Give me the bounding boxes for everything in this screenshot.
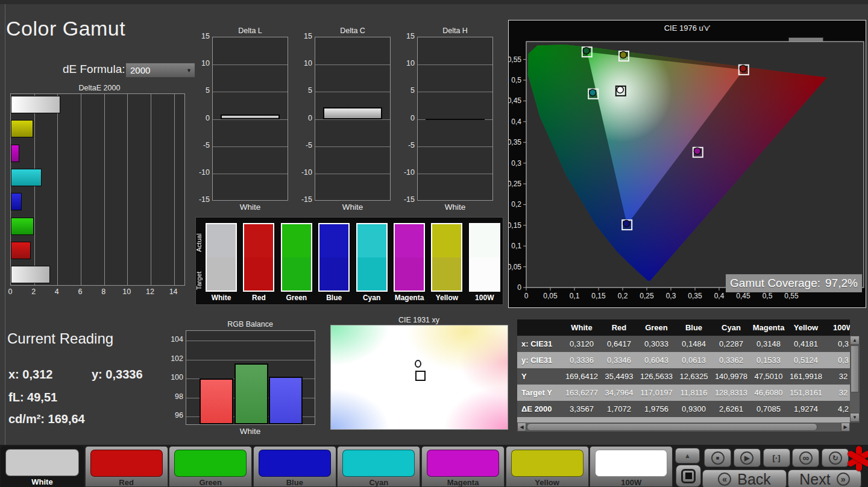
rgb-balance-x-label: White [199, 427, 301, 436]
infinity-button[interactable]: ∞ [792, 448, 819, 467]
axis-tick-label: 0 [524, 292, 529, 300]
scroll-left-button[interactable]: ◀ [517, 423, 526, 432]
pattern-tab-white[interactable]: White [1, 446, 84, 487]
table-vscrollbar[interactable]: ▲▼ [850, 336, 860, 423]
axis-tick-label: 2 [28, 287, 40, 296]
back-button[interactable]: « Back [702, 470, 787, 487]
white-point-target-marker [415, 371, 426, 381]
table-cell: 0,7085 [750, 401, 787, 417]
delta-l-x-label: White [200, 203, 300, 212]
axis-tick-label: 100 [164, 373, 183, 382]
table-cell: 0,6417 [600, 336, 638, 352]
refresh-button[interactable]: ↻ [822, 448, 849, 467]
pattern-popup-button[interactable]: ▲ [675, 448, 700, 463]
axis-tick-label: 102 [164, 354, 183, 363]
axis-tick-label: 15 [397, 32, 415, 40]
table-cell: 151,8161 [787, 385, 825, 401]
next-button[interactable]: Next » [788, 470, 861, 487]
table-cell: 0,3 [825, 336, 850, 352]
measurement-table: WhiteRedGreenBlueCyanMagentaYellow100Wx:… [517, 319, 858, 432]
grid-line [213, 64, 288, 65]
deltae-bar-green [11, 218, 34, 235]
swatch-target-color [432, 257, 461, 291]
axis-tick-label: 104 [164, 335, 183, 344]
table-cell: 0,2287 [712, 336, 750, 352]
delta-h-bar [426, 119, 485, 120]
deltae-bar-yellow [11, 120, 33, 137]
pattern-tab-swatch [511, 450, 583, 477]
back-button-label: Back [737, 471, 771, 487]
cie1976-panel: CIE 1976 u'v' Gamut coverage: u'v' ▼ [508, 20, 866, 308]
axis-tick-label: 5 [397, 86, 415, 95]
swatch-100w [469, 223, 500, 292]
next-button-label: Next [799, 471, 830, 487]
current-reading-y: y: 0,3336 [92, 368, 143, 382]
axis-tick-label: -5 [397, 141, 415, 149]
rgb-bar-blue [269, 377, 303, 424]
scroll-thumb[interactable] [527, 423, 817, 431]
pattern-tab-swatch [174, 450, 247, 477]
axis-tick-label: 0 [397, 114, 415, 122]
swatch-target-color [319, 257, 348, 291]
table-cell: 6,0576 [750, 417, 787, 423]
scroll-thumb[interactable] [851, 345, 859, 392]
table-cell: 0,3336 [563, 352, 600, 368]
pattern-tab-blue[interactable]: Blue [253, 446, 336, 487]
axis-tick-label: 0,55 [784, 292, 799, 300]
axis-tick-label: 0,35 [509, 138, 521, 146]
scroll-down-button[interactable]: ▼ [850, 413, 860, 422]
axis-tick-label: 14 [168, 287, 180, 296]
grid-line [213, 174, 288, 174]
pattern-tab-magenta[interactable]: Magenta [421, 446, 505, 487]
pattern-tab-label: Red [86, 478, 168, 487]
scroll-up-button[interactable]: ▲ [850, 336, 860, 345]
pattern-tab-label: Blue [254, 478, 336, 487]
delta-c-chart [315, 37, 391, 201]
table-row-label: Y [517, 368, 563, 385]
axis-tick-label: 5 [294, 86, 312, 95]
table-cell: 126,5633 [638, 368, 675, 385]
table-cell: 32 [825, 368, 850, 385]
swatch-label: Red [239, 294, 278, 302]
gamut-coverage-badge: Gamut Coverage: 97,2% [726, 274, 862, 292]
table-cell: 7,1793 [712, 417, 750, 423]
pattern-tab-cyan[interactable]: Cyan [337, 446, 420, 487]
table-hscrollbar[interactable]: ◀▶ [517, 423, 850, 432]
de-formula-dropdown[interactable]: 2000 ▼ [125, 63, 195, 78]
cie1976-diagram: 0 0,05 0,1 0,15 0,2 0,25 0,3 0,35 0,4 0,… [509, 20, 867, 309]
table-cell: 11,8116 [675, 385, 712, 401]
pattern-tab-red[interactable]: Red [85, 446, 168, 487]
pattern-tab-label: Green [169, 478, 251, 487]
table-cell: 47,5010 [750, 368, 787, 385]
delta-l-title: Delta L [200, 27, 300, 35]
pattern-tab-100w[interactable]: 100W [590, 446, 673, 487]
table-cell: 128,8313 [712, 385, 750, 401]
table-cell: 0,3 [825, 352, 850, 368]
pattern-tab-swatch [427, 450, 499, 477]
back-chevrons-icon: « [718, 473, 731, 486]
grid-line [186, 341, 315, 341]
grid-line [418, 146, 492, 147]
axis-tick-label: 10 [294, 59, 312, 68]
play-button[interactable]: ▶ [734, 448, 761, 467]
deltae-bar-magenta [11, 145, 19, 162]
interval-button[interactable]: [·] [763, 448, 790, 467]
axis-tick-label: -10 [192, 168, 210, 177]
table-header-cell: White [563, 319, 600, 336]
swatch-label: Green [277, 294, 316, 302]
grid-line [151, 94, 151, 285]
stop-button[interactable]: ■ [704, 448, 731, 467]
pattern-tab-green[interactable]: Green [169, 446, 252, 487]
axis-tick-label: 0 [4, 287, 16, 296]
table-cell: 5,5133 [675, 417, 712, 423]
table-cell: 0,3362 [712, 352, 750, 368]
axis-tick-label: 0 [517, 283, 521, 292]
axis-tick-label: 0,5 [511, 76, 521, 84]
axis-tick-label: -5 [192, 141, 210, 149]
pattern-tab-yellow[interactable]: Yellow [506, 446, 589, 487]
play-icon: ▶ [740, 451, 753, 465]
pattern-window-button[interactable] [676, 465, 701, 487]
interval-icon: [·] [773, 453, 781, 462]
scroll-right-button[interactable]: ▶ [841, 423, 850, 432]
table-row-label: Target Y [517, 385, 563, 401]
